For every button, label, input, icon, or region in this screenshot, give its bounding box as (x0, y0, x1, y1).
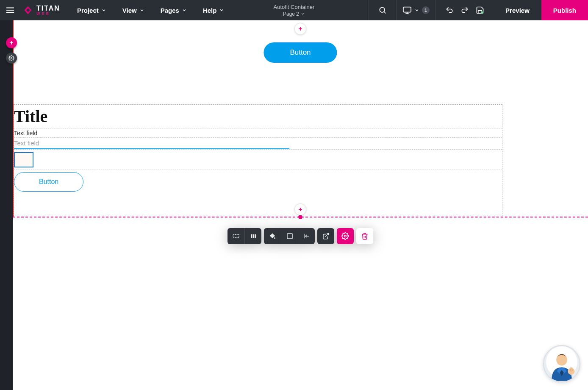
svg-point-20 (274, 237, 275, 239)
external-link-icon (322, 232, 330, 240)
chevron-down-icon (182, 8, 187, 13)
left-rail (0, 20, 13, 390)
rail-settings-button[interactable] (6, 53, 17, 64)
design-canvas[interactable]: Button Title Text field Button (13, 20, 588, 390)
svg-point-29 (570, 369, 573, 371)
document-title-block[interactable]: Autofit Container Page 2 (274, 4, 315, 17)
selection-icon (232, 232, 240, 240)
menu-view-label: View (122, 7, 137, 14)
svg-point-11 (11, 57, 12, 59)
toolbar-align-button[interactable] (298, 228, 315, 244)
section-resize-handle[interactable] (298, 215, 302, 219)
svg-rect-5 (403, 7, 411, 12)
text-field-row[interactable] (14, 138, 502, 150)
svg-rect-18 (252, 234, 254, 238)
help-avatar-button[interactable] (543, 345, 580, 382)
toolbar-border-button[interactable] (281, 228, 298, 244)
svg-rect-16 (233, 234, 239, 238)
document-title: Autofit Container (274, 4, 315, 10)
redo-button[interactable] (459, 4, 471, 16)
svg-rect-17 (251, 234, 252, 238)
toolbar-fill-button[interactable] (264, 228, 281, 244)
svg-point-25 (344, 235, 347, 237)
color-swatch[interactable] (14, 152, 33, 167)
svg-rect-19 (255, 234, 256, 238)
menu-project[interactable]: Project (77, 7, 106, 14)
undo-button[interactable] (444, 4, 455, 16)
logo-mark-icon (22, 4, 34, 16)
toolbar-select-button[interactable] (227, 228, 244, 244)
brand-name: TITAN (36, 5, 60, 12)
preview-button[interactable]: Preview (494, 0, 541, 20)
plus-icon (297, 206, 303, 212)
outline-button[interactable]: Button (14, 172, 83, 192)
container-title-row[interactable]: Title (14, 105, 502, 128)
menu-help[interactable]: Help (203, 7, 225, 14)
svg-point-3 (380, 7, 385, 12)
paint-bucket-icon (269, 232, 276, 240)
toolbar-segment-link (317, 228, 334, 244)
text-field-label: Text field (14, 130, 37, 136)
menu-pages[interactable]: Pages (161, 7, 187, 14)
chevron-down-icon (219, 8, 224, 13)
search-icon (378, 6, 387, 14)
square-icon (286, 232, 294, 240)
menu-view[interactable]: View (122, 7, 144, 14)
svg-rect-21 (287, 234, 292, 239)
svg-point-26 (556, 354, 567, 365)
outline-button-row[interactable]: Button (14, 170, 502, 194)
toolbar-settings-button[interactable] (337, 228, 354, 244)
outline-button-label: Button (39, 178, 58, 185)
color-swatch-row[interactable] (14, 150, 502, 170)
text-field-label-row: Text field (14, 128, 502, 138)
floating-toolbar (227, 228, 373, 244)
gear-icon (8, 55, 14, 61)
menu-pages-label: Pages (161, 7, 179, 14)
add-section-above-button[interactable] (294, 23, 306, 35)
plus-icon (8, 40, 14, 46)
toolbar-columns-button[interactable] (244, 228, 261, 244)
document-page: Page 2 (283, 11, 299, 17)
hamburger-menu-button[interactable] (0, 0, 20, 20)
logo[interactable]: TITAN WEB (22, 4, 60, 16)
chevron-down-icon (414, 8, 419, 13)
document-page-selector[interactable]: Page 2 (274, 11, 315, 17)
publish-button[interactable]: Publish (541, 0, 588, 20)
device-preview-group[interactable]: 1 (396, 0, 435, 20)
redo-icon (460, 6, 469, 14)
top-bar: TITAN WEB Project View Pages Help Autofi… (0, 0, 588, 20)
toolbar-open-button[interactable] (317, 228, 334, 244)
logo-text: TITAN WEB (36, 5, 60, 16)
desktop-icon (402, 6, 412, 15)
brand-sub: WEB (36, 12, 60, 16)
search-button[interactable] (377, 4, 388, 16)
save-button[interactable] (474, 4, 486, 16)
container-title: Title (14, 106, 47, 126)
toolbar-delete-button[interactable] (356, 228, 373, 244)
svg-line-24 (325, 233, 329, 237)
device-count-badge: 1 (422, 6, 430, 14)
canvas-primary-button-label: Button (290, 48, 311, 56)
text-field-input[interactable] (14, 138, 289, 149)
plus-icon (297, 26, 303, 32)
chevron-down-icon (139, 8, 144, 13)
autofit-container[interactable]: Title Text field Button (14, 104, 502, 216)
rail-add-button[interactable] (6, 37, 17, 48)
main-menu: Project View Pages Help (77, 7, 225, 14)
preview-label: Preview (505, 7, 530, 14)
chevron-down-icon (101, 8, 106, 13)
align-left-icon (303, 232, 311, 240)
menu-help-label: Help (203, 7, 217, 14)
columns-icon (250, 232, 257, 240)
add-section-below-button[interactable] (294, 203, 306, 215)
menu-project-label: Project (77, 7, 99, 14)
gear-icon (341, 232, 349, 240)
canvas-primary-button[interactable]: Button (263, 42, 337, 63)
svg-line-4 (384, 12, 386, 14)
right-toolbar: 1 Preview Publish (369, 0, 588, 20)
chevron-down-icon (301, 12, 305, 16)
toolbar-segment-style (264, 228, 315, 244)
toolbar-segment-layout (227, 228, 261, 244)
trash-icon (361, 232, 369, 240)
save-icon (476, 6, 484, 14)
